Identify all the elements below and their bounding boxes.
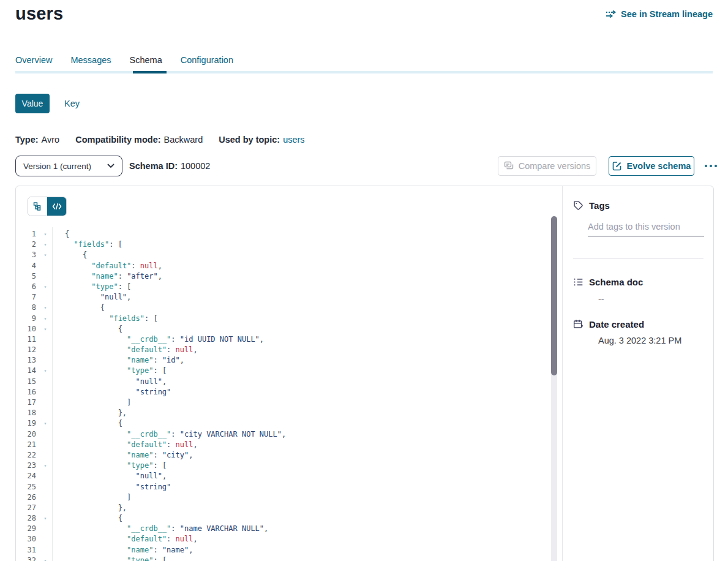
code-scrollbar[interactable] [551,216,557,561]
line-number: 31 [16,545,39,555]
fold-toggle-icon[interactable]: ▾ [39,250,52,260]
line-number: 29 [16,524,39,534]
ellipsis-icon [705,165,707,167]
add-tags-input[interactable] [588,220,704,236]
line-number: 24 [16,471,39,481]
fold-spacer [39,334,52,345]
fold-toggle-icon[interactable]: ▾ [39,229,52,239]
line-number: 4 [16,261,39,271]
tags-heading: Tags [589,200,610,211]
code-line: 22"name": "city", [16,450,562,461]
active-tab-indicator [133,71,167,73]
line-number: 27 [16,503,39,513]
fold-toggle-icon[interactable]: ▾ [39,555,52,561]
code-line-text: { [52,418,562,429]
tab-schema[interactable]: Schema [130,55,162,72]
version-select[interactable]: Version 1 (current) [15,156,122,176]
tag-icon [573,200,584,211]
tab-overview[interactable]: Overview [15,55,52,72]
compare-versions-icon [504,161,514,171]
line-number: 25 [16,482,39,492]
fold-spacer [39,271,52,282]
code-line-text: }, [52,503,562,513]
fold-toggle-icon[interactable]: ▾ [39,418,52,429]
meta-compat: Compatibility mode:Backward [75,135,203,145]
fold-toggle-icon[interactable]: ▾ [39,366,52,376]
see-in-stream-lineage-link[interactable]: See in Stream lineage [606,9,713,19]
tab-messages[interactable]: Messages [70,55,111,72]
code-line: 28▾{ [16,513,562,524]
tab-configuration[interactable]: Configuration [181,55,233,72]
code-line: 21"default": null, [16,440,562,450]
line-number: 26 [16,492,39,503]
code-view-button[interactable] [47,197,66,216]
fold-toggle-icon[interactable]: ▾ [39,513,52,524]
line-number: 19 [16,418,39,429]
fold-spacer [39,471,52,481]
fold-toggle-icon[interactable]: ▾ [39,303,52,313]
view-mode-toggle [28,197,67,216]
code-line: 26] [16,492,562,503]
schema-id-label: Schema ID: [129,161,178,171]
page-title: users [15,4,63,24]
schema-id: Schema ID:100002 [129,161,210,171]
code-line-text: "type": [ [52,366,562,376]
line-number: 9 [16,314,39,324]
code-line-text: "fields": [ [52,314,562,324]
code-line-text: "type": [ [52,555,562,561]
topic-label: Used by topic: [219,135,280,145]
fold-spacer [39,440,52,450]
fold-toggle-icon[interactable]: ▾ [39,239,52,250]
code-line-text: "__crdb__": "city VARCHAR NOT NULL", [52,429,562,440]
code-line-text: { [52,324,562,334]
code-line-text: ] [52,397,562,408]
code-line: 27}, [16,503,562,513]
schema-page: users See in Stream lineage Overview Mes… [0,0,728,561]
date-created-heading: Date created [589,319,644,329]
fold-toggle-icon[interactable]: ▾ [39,324,52,334]
type-value: Avro [42,135,60,145]
value-toggle-button[interactable]: Value [15,94,50,113]
code-line-text: "null", [52,292,562,303]
code-line-text: { [52,250,562,260]
line-number: 16 [16,387,39,397]
lineage-link-label: See in Stream lineage [621,9,713,19]
code-line-text: "name": "name", [52,545,562,555]
key-toggle-button[interactable]: Key [64,99,80,108]
line-number: 18 [16,408,39,418]
code-line: 20"__crdb__": "city VARCHAR NOT NULL", [16,429,562,440]
code-line-text: "default": null, [52,534,562,544]
line-number: 23 [16,461,39,471]
code-line: 5"name": "after", [16,271,562,282]
code-line-text: "string" [52,387,562,397]
schema-id-value: 100002 [181,161,210,171]
code-line: 30"default": null, [16,534,562,544]
compat-value: Backward [164,135,203,145]
chevron-down-icon [107,164,114,168]
code-lines[interactable]: 1▾{2▾"fields": [3▾{4"default": null,5"na… [16,229,562,561]
more-options-button[interactable] [702,160,720,171]
evolve-schema-button[interactable]: Evolve schema [609,156,694,176]
line-number: 6 [16,282,39,292]
fold-spacer [39,377,52,387]
line-number: 5 [16,271,39,282]
fold-spacer [39,450,52,461]
code-line: 19▾{ [16,418,562,429]
fold-spacer [39,503,52,513]
fold-toggle-icon[interactable]: ▾ [39,282,52,292]
code-line: 32▾"type": [ [16,555,562,561]
compare-versions-button[interactable]: Compare versions [498,156,596,176]
scrollbar-thumb[interactable] [551,216,557,375]
fold-toggle-icon[interactable]: ▾ [39,314,52,324]
fold-toggle-icon[interactable]: ▾ [39,461,52,471]
line-number: 20 [16,429,39,440]
fold-spacer [39,355,52,366]
stream-lineage-icon [606,10,617,18]
topic-link[interactable]: users [283,135,304,145]
tree-view-button[interactable] [28,197,47,216]
compare-versions-label: Compare versions [519,161,591,171]
code-line-text: "null", [52,377,562,387]
code-line-text: "default": null, [52,345,562,355]
code-line-text: }, [52,408,562,418]
fold-spacer [39,429,52,440]
